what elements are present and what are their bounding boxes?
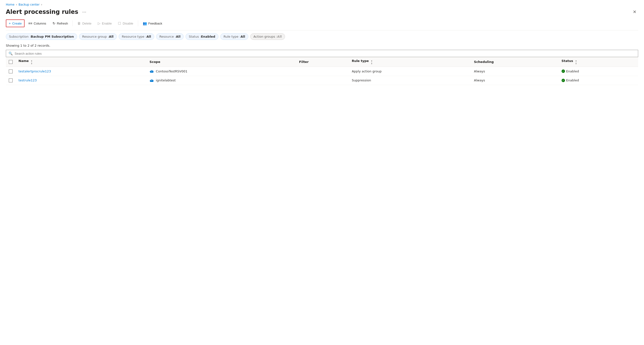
svg-point-2: [150, 70, 152, 72]
page-title: Alert processing rules: [6, 8, 78, 15]
status-text: Enabled: [566, 69, 579, 73]
status-dot: [562, 69, 565, 73]
plus-icon: +: [9, 21, 11, 25]
name-sort-icon: ↑↓: [31, 60, 33, 65]
status-dot: [562, 79, 565, 82]
row-checkbox-cell: [6, 67, 16, 76]
delete-icon: 🗑: [77, 21, 81, 25]
delete-button[interactable]: 🗑 Delete: [75, 20, 94, 27]
breadcrumb-sep-1: ›: [16, 3, 17, 6]
enable-label: Enable: [102, 22, 112, 25]
rule-name-link[interactable]: testrule123: [18, 78, 37, 82]
col-header-status[interactable]: Status ↑↓: [559, 57, 638, 67]
col-header-scheduling: Scheduling: [471, 57, 559, 67]
create-label: Create: [12, 22, 22, 25]
delete-label: Delete: [82, 22, 92, 25]
filter-label: Resource :: [159, 35, 176, 38]
breadcrumb: Home › Backup center ›: [6, 3, 638, 6]
feedback-label: Feedback: [148, 22, 162, 25]
row-scheduling-cell: Always: [471, 67, 559, 76]
breadcrumb-home[interactable]: Home: [6, 3, 14, 6]
columns-button[interactable]: ≡≡ Columns: [26, 20, 49, 27]
toolbar-divider-2: [138, 20, 138, 26]
scope-value: ignitelabtest: [156, 78, 176, 82]
row-name-cell: testalertprocrule123: [16, 67, 147, 76]
filter-pill-rule-type[interactable]: Rule type : All: [220, 33, 248, 40]
filter-pill-resource-type[interactable]: Resource type : All: [119, 33, 154, 40]
row-status-cell: Enabled: [559, 67, 638, 76]
filter-value: All: [109, 35, 114, 38]
filter-value: Backup PM Subscription: [31, 35, 74, 38]
svg-point-6: [150, 79, 152, 81]
filter-label: Action groups :: [254, 35, 277, 38]
filter-label: Subscription :: [9, 35, 31, 38]
breadcrumb-backup-center[interactable]: Backup center: [18, 3, 40, 6]
records-count: Showing 1 to 2 of 2 records.: [6, 44, 638, 47]
close-button[interactable]: ✕: [631, 8, 638, 15]
filter-pill-resource-group[interactable]: Resource group : All: [79, 33, 117, 40]
row-checkbox-cell: [6, 76, 16, 85]
row-checkbox-1[interactable]: [9, 78, 13, 82]
table-header: Name ↑↓ Scope Filter Rule type ↑↓ Schedu…: [6, 57, 638, 67]
enable-icon: ▷: [98, 21, 100, 25]
create-button[interactable]: + Create: [6, 19, 24, 27]
filter-value: All: [176, 35, 180, 38]
status-enabled: Enabled: [562, 78, 635, 82]
table-row: testrule123 ignitelabtest Suppression Al…: [6, 76, 638, 85]
search-input[interactable]: [14, 52, 636, 55]
filter-pill-subscription[interactable]: Subscription : Backup PM Subscription: [6, 33, 77, 40]
row-checkbox-0[interactable]: [9, 69, 13, 73]
filter-pill-resource[interactable]: Resource : All: [156, 33, 184, 40]
svg-rect-7: [150, 81, 154, 82]
cloud-icon: [150, 69, 154, 73]
filter-pill-status[interactable]: Status : Enabled: [186, 33, 218, 40]
header-checkbox-cell: [6, 57, 16, 67]
filter-value: All: [240, 35, 245, 38]
rule-type-sort-icon: ↑↓: [371, 60, 373, 65]
columns-icon: ≡≡: [28, 21, 32, 25]
svg-rect-3: [150, 72, 154, 73]
table-container: Name ↑↓ Scope Filter Rule type ↑↓ Schedu…: [6, 57, 638, 85]
filter-label: Status :: [189, 35, 201, 38]
row-scheduling-cell: Always: [471, 76, 559, 85]
toolbar-divider-1: [72, 20, 73, 26]
filter-pill-action-groups[interactable]: Action groups : All: [250, 33, 285, 40]
col-header-filter: Filter: [296, 57, 349, 67]
page-header: Alert processing rules ··· ✕: [6, 8, 638, 15]
feedback-button[interactable]: 👥 Feedback: [140, 20, 165, 27]
disable-icon: ☐: [118, 21, 121, 25]
refresh-label: Refresh: [57, 22, 68, 25]
select-all-checkbox[interactable]: [9, 60, 13, 64]
status-text: Enabled: [566, 78, 579, 82]
page-title-row: Alert processing rules ···: [6, 8, 88, 15]
row-filter-cell: [296, 67, 349, 76]
row-name-cell: testrule123: [16, 76, 147, 85]
page-container: Home › Backup center › Alert processing …: [0, 0, 644, 345]
rule-name-link[interactable]: testalertprocrule123: [18, 69, 51, 73]
more-options-button[interactable]: ···: [81, 9, 88, 15]
row-scope-cell: ignitelabtest: [147, 76, 296, 85]
search-bar: 🔍: [6, 50, 638, 57]
disable-button[interactable]: ☐ Disable: [115, 20, 136, 27]
refresh-button[interactable]: ↻ Refresh: [50, 20, 71, 27]
cloud-icon: [150, 79, 154, 82]
enable-button[interactable]: ▷ Enable: [95, 20, 114, 27]
filter-label: Resource type :: [122, 35, 146, 38]
refresh-icon: ↻: [52, 21, 56, 25]
row-filter-cell: [296, 76, 349, 85]
feedback-icon: 👥: [143, 21, 147, 25]
filter-value: All: [146, 35, 151, 38]
filter-label: Rule type :: [224, 35, 240, 38]
data-table: Name ↑↓ Scope Filter Rule type ↑↓ Schedu…: [6, 57, 638, 85]
filters-row: Subscription : Backup PM SubscriptionRes…: [6, 33, 638, 40]
status-enabled: Enabled: [562, 69, 635, 73]
table-body: testalertprocrule123 ContosoTestRSV001 A…: [6, 67, 638, 85]
col-header-scope: Scope: [147, 57, 296, 67]
col-header-rule-type[interactable]: Rule type ↑↓: [349, 57, 471, 67]
table-row: testalertprocrule123 ContosoTestRSV001 A…: [6, 67, 638, 76]
row-scope-cell: ContosoTestRSV001: [147, 67, 296, 76]
col-header-name[interactable]: Name ↑↓: [16, 57, 147, 67]
filter-value: All: [277, 35, 282, 38]
disable-label: Disable: [122, 22, 133, 25]
row-rule-type-cell: Suppression: [349, 76, 471, 85]
